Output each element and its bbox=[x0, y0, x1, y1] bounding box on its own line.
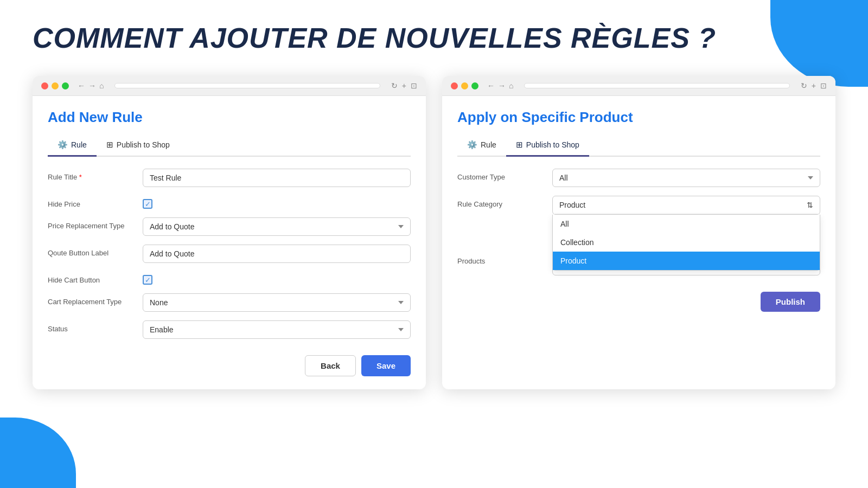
left-tab-publish-label: Publish to Shop bbox=[117, 140, 170, 149]
right-refresh-icon[interactable]: ↻ bbox=[801, 81, 807, 90]
right-browser-nav: ← → ⌂ bbox=[487, 81, 513, 90]
right-tab-rule-icon: ⚙️ bbox=[467, 140, 477, 150]
right-panel-content: Apply on Specific Product ⚙️ Rule ⊞ Publ… bbox=[442, 96, 835, 325]
right-tab-publish-label: Publish to Shop bbox=[526, 140, 579, 149]
hide-price-label: Hide Price bbox=[48, 196, 132, 208]
rule-category-option-collection[interactable]: Collection bbox=[553, 233, 820, 252]
left-refresh-icon[interactable]: ↻ bbox=[391, 81, 398, 90]
left-browser-dots bbox=[41, 82, 69, 89]
rule-category-list: All Collection Product bbox=[552, 215, 820, 271]
rule-title-input[interactable] bbox=[143, 169, 411, 187]
price-replacement-select[interactable]: Add to Quote bbox=[143, 217, 411, 236]
left-browser-actions: ↻ + ⊡ bbox=[391, 81, 417, 90]
hide-price-checkbox[interactable]: ✓ bbox=[143, 199, 152, 209]
right-nav-home[interactable]: ⌂ bbox=[509, 81, 513, 90]
left-tab-rule-label: Rule bbox=[71, 140, 87, 149]
left-panel-footer: Back Save bbox=[48, 350, 411, 376]
cart-replacement-row: Cart Replacement Type None bbox=[48, 293, 411, 312]
publish-button[interactable]: Publish bbox=[761, 292, 820, 312]
page-title: COMMENT AJOUTER DE NOUVELLES RÈGLES ? bbox=[33, 22, 835, 54]
cart-replacement-label: Cart Replacement Type bbox=[48, 293, 132, 306]
deco-bottom-left bbox=[0, 418, 76, 488]
right-dot-green[interactable] bbox=[471, 82, 478, 89]
rule-category-selected[interactable]: Product ⇅ bbox=[553, 196, 820, 214]
save-button[interactable]: Save bbox=[361, 355, 411, 376]
left-panel-content: Add New Rule ⚙️ Rule ⊞ Publish to Shop bbox=[33, 96, 426, 389]
left-browser-search bbox=[114, 83, 380, 88]
hide-cart-checkbox-wrap: ✓ bbox=[143, 272, 152, 285]
right-tab-rule[interactable]: ⚙️ Rule bbox=[457, 136, 506, 157]
price-replacement-row: Price Replacement Type Add to Quote bbox=[48, 217, 411, 236]
quote-button-row: Qoute Button Label bbox=[48, 245, 411, 263]
left-add-tab-icon[interactable]: + bbox=[402, 81, 406, 90]
customer-type-select-wrap: All bbox=[552, 169, 820, 187]
rule-category-option-product[interactable]: Product bbox=[553, 252, 820, 270]
right-browser-bar: ← → ⌂ ↻ + ⊡ bbox=[442, 76, 835, 96]
right-browser-search bbox=[524, 83, 789, 88]
right-tab-rule-label: Rule bbox=[481, 140, 496, 149]
status-row: Status Enable bbox=[48, 320, 411, 339]
rule-category-option-all[interactable]: All bbox=[553, 215, 820, 233]
cart-replacement-select[interactable]: None bbox=[143, 293, 411, 312]
rule-category-label: Rule Category bbox=[457, 196, 541, 208]
rule-category-value: Product bbox=[559, 201, 585, 209]
required-star: * bbox=[79, 173, 82, 181]
customer-type-select[interactable]: All bbox=[552, 169, 820, 187]
status-select[interactable]: Enable bbox=[143, 320, 411, 339]
left-browser-bar: ← → ⌂ ↻ + ⊡ bbox=[33, 76, 426, 96]
left-nav-back[interactable]: ← bbox=[78, 81, 85, 90]
quote-button-input[interactable] bbox=[143, 245, 411, 263]
right-tab-publish[interactable]: ⊞ Publish to Shop bbox=[506, 136, 589, 157]
rule-title-row: Rule Title * bbox=[48, 169, 411, 187]
right-browser-dots bbox=[451, 82, 478, 89]
right-tabs: ⚙️ Rule ⊞ Publish to Shop bbox=[457, 136, 820, 157]
price-replacement-label: Price Replacement Type bbox=[48, 217, 132, 230]
left-tab-publish[interactable]: ⊞ Publish to Shop bbox=[97, 136, 180, 157]
left-browser-nav: ← → ⌂ bbox=[78, 81, 104, 90]
hide-cart-row: Hide Cart Button ✓ bbox=[48, 272, 411, 285]
right-panel-footer: Publish bbox=[457, 286, 820, 312]
quote-button-label: Qoute Button Label bbox=[48, 245, 132, 257]
status-label: Status bbox=[48, 320, 132, 333]
hide-price-row: Hide Price ✓ bbox=[48, 196, 411, 209]
status-select-wrap: Enable bbox=[143, 320, 411, 339]
right-add-tab-icon[interactable]: + bbox=[812, 81, 816, 90]
right-panel-title: Apply on Specific Product bbox=[457, 109, 820, 126]
cart-replacement-select-wrap: None bbox=[143, 293, 411, 312]
left-dot-yellow[interactable] bbox=[52, 82, 59, 89]
right-browser-actions: ↻ + ⊡ bbox=[801, 81, 827, 90]
price-replacement-select-wrap: Add to Quote bbox=[143, 217, 411, 236]
back-button[interactable]: Back bbox=[305, 355, 356, 376]
panels-row: ← → ⌂ ↻ + ⊡ Add New Rule ⚙️ Rule bbox=[33, 76, 835, 389]
customer-type-row: Customer Type All bbox=[457, 169, 820, 187]
left-menu-icon[interactable]: ⊡ bbox=[411, 81, 417, 90]
customer-type-label: Customer Type bbox=[457, 169, 541, 181]
left-tab-rule-icon: ⚙️ bbox=[58, 140, 68, 150]
products-label: Products bbox=[457, 253, 541, 265]
rule-category-container: Product ⇅ All Collection Product bbox=[552, 196, 820, 215]
left-browser-window: ← → ⌂ ↻ + ⊡ Add New Rule ⚙️ Rule bbox=[33, 76, 426, 389]
right-dot-yellow[interactable] bbox=[461, 82, 468, 89]
right-nav-back[interactable]: ← bbox=[487, 81, 495, 90]
left-tabs: ⚙️ Rule ⊞ Publish to Shop bbox=[48, 136, 411, 157]
left-tab-rule[interactable]: ⚙️ Rule bbox=[48, 136, 97, 157]
left-nav-home[interactable]: ⌂ bbox=[99, 81, 104, 90]
left-panel-title: Add New Rule bbox=[48, 109, 411, 126]
left-dot-green[interactable] bbox=[62, 82, 69, 89]
rule-category-row: Rule Category Product ⇅ All Collection P… bbox=[457, 196, 820, 215]
rule-category-dropdown[interactable]: Product ⇅ bbox=[552, 196, 820, 215]
rule-category-chevron: ⇅ bbox=[807, 201, 813, 209]
hide-cart-label: Hide Cart Button bbox=[48, 272, 132, 284]
rule-title-label: Rule Title * bbox=[48, 169, 132, 181]
hide-cart-checkbox[interactable]: ✓ bbox=[143, 275, 152, 285]
right-browser-window: ← → ⌂ ↻ + ⊡ Apply on Specific Product ⚙️ bbox=[442, 76, 835, 389]
right-nav-forward[interactable]: → bbox=[498, 81, 506, 90]
hide-price-checkbox-wrap: ✓ bbox=[143, 196, 152, 209]
left-dot-red[interactable] bbox=[41, 82, 48, 89]
right-tab-publish-icon: ⊞ bbox=[516, 140, 523, 150]
right-dot-red[interactable] bbox=[451, 82, 458, 89]
right-menu-icon[interactable]: ⊡ bbox=[820, 81, 827, 90]
left-tab-publish-icon: ⊞ bbox=[106, 140, 113, 150]
left-nav-forward[interactable]: → bbox=[88, 81, 96, 90]
